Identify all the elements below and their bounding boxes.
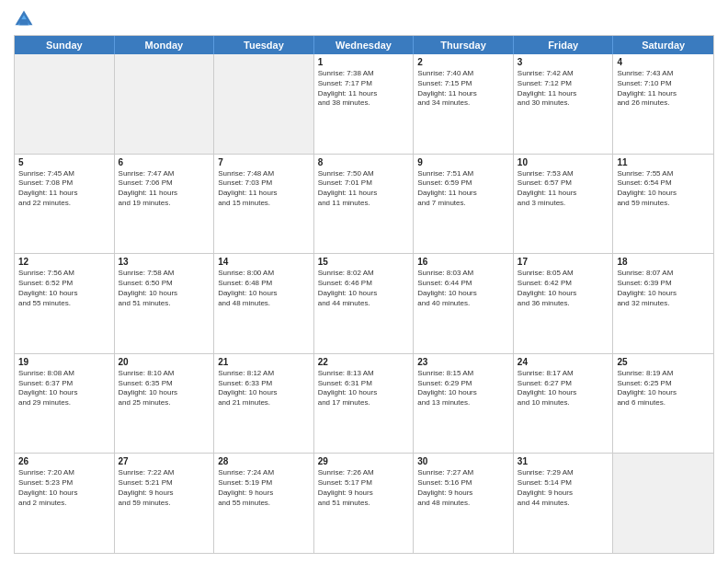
day-info: Sunrise: 8:17 AM Sunset: 6:27 PM Dayligh… <box>518 369 609 408</box>
day-cell-25: 25Sunrise: 8:19 AM Sunset: 6:25 PM Dayli… <box>613 354 713 454</box>
day-number: 4 <box>617 57 710 67</box>
day-number: 1 <box>318 57 410 67</box>
day-cell-11: 11Sunrise: 7:55 AM Sunset: 6:54 PM Dayli… <box>613 155 713 254</box>
day-number: 14 <box>218 257 310 267</box>
day-cell-13: 13Sunrise: 7:58 AM Sunset: 6:50 PM Dayli… <box>115 254 215 353</box>
day-number: 17 <box>518 257 609 267</box>
day-cell-15: 15Sunrise: 8:02 AM Sunset: 6:46 PM Dayli… <box>314 254 415 353</box>
day-info: Sunrise: 7:53 AM Sunset: 6:57 PM Dayligh… <box>518 169 609 209</box>
day-cell-3: 3Sunrise: 7:42 AM Sunset: 7:12 PM Daylig… <box>514 54 614 154</box>
day-cell-8: 8Sunrise: 7:50 AM Sunset: 7:01 PM Daylig… <box>314 155 415 254</box>
day-cell-1: 1Sunrise: 7:38 AM Sunset: 7:17 PM Daylig… <box>314 54 415 154</box>
header-day-thursday: Thursday <box>414 36 514 54</box>
day-number: 2 <box>417 57 509 67</box>
day-cell-12: 12Sunrise: 7:56 AM Sunset: 6:52 PM Dayli… <box>15 254 115 353</box>
day-cell-26: 26Sunrise: 7:20 AM Sunset: 5:23 PM Dayli… <box>15 454 115 553</box>
day-info: Sunrise: 8:03 AM Sunset: 6:44 PM Dayligh… <box>417 269 509 308</box>
day-info: Sunrise: 7:24 AM Sunset: 5:19 PM Dayligh… <box>218 468 310 508</box>
day-cell-24: 24Sunrise: 8:17 AM Sunset: 6:27 PM Dayli… <box>514 354 614 454</box>
day-number: 30 <box>417 456 509 466</box>
header-day-sunday: Sunday <box>15 36 115 54</box>
day-number: 7 <box>218 157 310 167</box>
header-day-monday: Monday <box>115 36 215 54</box>
day-info: Sunrise: 8:13 AM Sunset: 6:31 PM Dayligh… <box>318 369 410 408</box>
day-number: 8 <box>318 157 410 167</box>
day-info: Sunrise: 7:29 AM Sunset: 5:14 PM Dayligh… <box>518 468 609 508</box>
day-info: Sunrise: 7:42 AM Sunset: 7:12 PM Dayligh… <box>518 69 609 109</box>
day-cell-27: 27Sunrise: 7:22 AM Sunset: 5:21 PM Dayli… <box>115 454 215 553</box>
day-cell-5: 5Sunrise: 7:45 AM Sunset: 7:08 PM Daylig… <box>15 155 115 254</box>
day-cell-23: 23Sunrise: 8:15 AM Sunset: 6:29 PM Dayli… <box>414 354 514 454</box>
day-info: Sunrise: 8:08 AM Sunset: 6:37 PM Dayligh… <box>18 369 110 408</box>
calendar: SundayMondayTuesdayWednesdayThursdayFrid… <box>14 35 714 554</box>
header-day-saturday: Saturday <box>613 36 713 54</box>
day-number: 5 <box>18 157 110 167</box>
empty-cell <box>15 54 115 154</box>
day-cell-20: 20Sunrise: 8:10 AM Sunset: 6:35 PM Dayli… <box>115 354 215 454</box>
day-info: Sunrise: 8:02 AM Sunset: 6:46 PM Dayligh… <box>318 269 410 308</box>
day-cell-30: 30Sunrise: 7:27 AM Sunset: 5:16 PM Dayli… <box>414 454 514 553</box>
day-info: Sunrise: 7:58 AM Sunset: 6:50 PM Dayligh… <box>119 269 210 308</box>
day-cell-18: 18Sunrise: 8:07 AM Sunset: 6:39 PM Dayli… <box>613 254 713 353</box>
cal-row-0: 1Sunrise: 7:38 AM Sunset: 7:17 PM Daylig… <box>15 54 713 155</box>
day-info: Sunrise: 7:27 AM Sunset: 5:16 PM Dayligh… <box>417 468 509 508</box>
day-number: 13 <box>119 257 210 267</box>
day-cell-6: 6Sunrise: 7:47 AM Sunset: 7:06 PM Daylig… <box>115 155 215 254</box>
day-number: 23 <box>417 357 509 367</box>
day-number: 26 <box>18 456 110 466</box>
empty-cell <box>214 54 314 154</box>
day-cell-31: 31Sunrise: 7:29 AM Sunset: 5:14 PM Dayli… <box>514 454 614 553</box>
day-info: Sunrise: 7:45 AM Sunset: 7:08 PM Dayligh… <box>18 169 110 209</box>
svg-rect-2 <box>19 19 28 25</box>
day-cell-4: 4Sunrise: 7:43 AM Sunset: 7:10 PM Daylig… <box>613 54 713 154</box>
day-number: 28 <box>218 456 310 466</box>
day-number: 29 <box>318 456 410 466</box>
header-day-wednesday: Wednesday <box>314 36 415 54</box>
day-number: 15 <box>318 257 410 267</box>
day-info: Sunrise: 7:50 AM Sunset: 7:01 PM Dayligh… <box>318 169 410 209</box>
day-number: 9 <box>417 157 509 167</box>
day-number: 10 <box>518 157 609 167</box>
day-cell-17: 17Sunrise: 8:05 AM Sunset: 6:42 PM Dayli… <box>514 254 614 353</box>
day-cell-16: 16Sunrise: 8:03 AM Sunset: 6:44 PM Dayli… <box>414 254 514 353</box>
day-number: 6 <box>119 157 210 167</box>
day-number: 16 <box>417 257 509 267</box>
day-info: Sunrise: 8:00 AM Sunset: 6:48 PM Dayligh… <box>218 269 310 308</box>
day-info: Sunrise: 7:20 AM Sunset: 5:23 PM Dayligh… <box>18 468 110 508</box>
day-info: Sunrise: 7:38 AM Sunset: 7:17 PM Dayligh… <box>318 69 410 109</box>
day-info: Sunrise: 7:48 AM Sunset: 7:03 PM Dayligh… <box>218 169 310 209</box>
day-info: Sunrise: 8:12 AM Sunset: 6:33 PM Dayligh… <box>218 369 310 408</box>
day-cell-28: 28Sunrise: 7:24 AM Sunset: 5:19 PM Dayli… <box>214 454 314 553</box>
empty-cell <box>613 454 713 553</box>
header-day-tuesday: Tuesday <box>214 36 314 54</box>
day-info: Sunrise: 8:10 AM Sunset: 6:35 PM Dayligh… <box>119 369 210 408</box>
day-number: 12 <box>18 257 110 267</box>
page: SundayMondayTuesdayWednesdayThursdayFrid… <box>0 0 728 563</box>
day-info: Sunrise: 8:05 AM Sunset: 6:42 PM Dayligh… <box>518 269 609 308</box>
day-info: Sunrise: 7:22 AM Sunset: 5:21 PM Dayligh… <box>119 468 210 508</box>
calendar-header: SundayMondayTuesdayWednesdayThursdayFrid… <box>15 36 713 54</box>
logo-icon <box>14 9 34 29</box>
day-cell-29: 29Sunrise: 7:26 AM Sunset: 5:17 PM Dayli… <box>314 454 415 553</box>
header-day-friday: Friday <box>514 36 614 54</box>
cal-row-2: 12Sunrise: 7:56 AM Sunset: 6:52 PM Dayli… <box>15 254 713 354</box>
day-info: Sunrise: 7:51 AM Sunset: 6:59 PM Dayligh… <box>417 169 509 209</box>
cal-row-4: 26Sunrise: 7:20 AM Sunset: 5:23 PM Dayli… <box>15 454 713 553</box>
day-number: 31 <box>518 456 609 466</box>
day-info: Sunrise: 8:19 AM Sunset: 6:25 PM Dayligh… <box>617 369 710 408</box>
day-number: 27 <box>119 456 210 466</box>
day-cell-9: 9Sunrise: 7:51 AM Sunset: 6:59 PM Daylig… <box>414 155 514 254</box>
day-cell-22: 22Sunrise: 8:13 AM Sunset: 6:31 PM Dayli… <box>314 354 415 454</box>
day-cell-19: 19Sunrise: 8:08 AM Sunset: 6:37 PM Dayli… <box>15 354 115 454</box>
day-number: 18 <box>617 257 710 267</box>
day-number: 19 <box>18 357 110 367</box>
day-number: 3 <box>518 57 609 67</box>
cal-row-3: 19Sunrise: 8:08 AM Sunset: 6:37 PM Dayli… <box>15 354 713 454</box>
logo <box>14 9 38 29</box>
day-cell-10: 10Sunrise: 7:53 AM Sunset: 6:57 PM Dayli… <box>514 155 614 254</box>
day-number: 11 <box>617 157 710 167</box>
day-cell-7: 7Sunrise: 7:48 AM Sunset: 7:03 PM Daylig… <box>214 155 314 254</box>
day-info: Sunrise: 8:07 AM Sunset: 6:39 PM Dayligh… <box>617 269 710 308</box>
day-cell-14: 14Sunrise: 8:00 AM Sunset: 6:48 PM Dayli… <box>214 254 314 353</box>
day-info: Sunrise: 7:55 AM Sunset: 6:54 PM Dayligh… <box>617 169 710 209</box>
